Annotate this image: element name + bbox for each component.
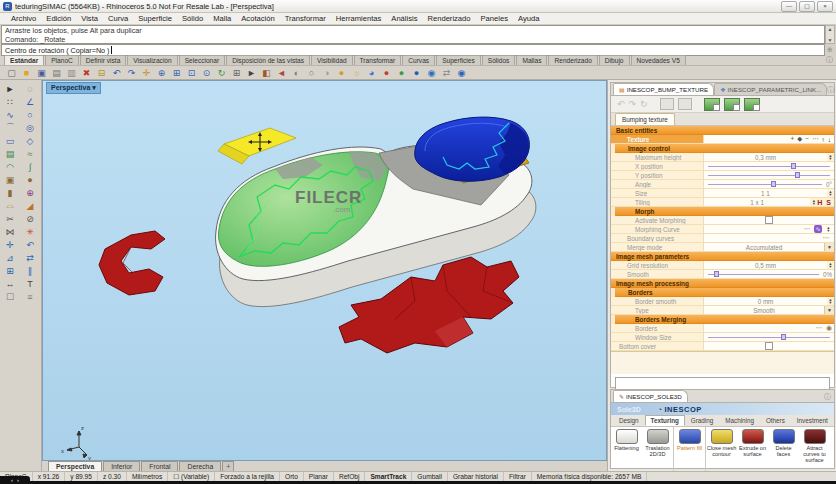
menu-item[interactable]: Paneles [476, 14, 513, 23]
dropdown-arrow-icon[interactable]: ▼ [824, 306, 834, 314]
status-item[interactable]: z 0.30 [98, 472, 127, 481]
toolbar-tab[interactable]: Sólidos [482, 55, 516, 65]
toolbar-tab[interactable]: Visualización [127, 55, 177, 65]
toolbar-icon[interactable]: ⊞ [229, 66, 244, 79]
spinner-icon[interactable]: ▴▾ [827, 261, 834, 269]
browse-icon[interactable]: ⋯ [823, 234, 831, 242]
ribbon-tab[interactable]: Texturing [645, 415, 685, 426]
next-icon[interactable]: › [17, 477, 19, 483]
spinner-icon[interactable]: ▴▾ [825, 225, 832, 233]
side-toolbar-icon[interactable]: ≡ [20, 290, 40, 303]
viewport-dropdown-icon[interactable]: ▾ [92, 84, 96, 91]
bottom-cover-checkbox[interactable] [765, 342, 773, 350]
toolbar-tab[interactable]: Superficies [436, 55, 481, 65]
toolbar-icon[interactable]: ■ [19, 66, 34, 79]
texture-control-icon[interactable]: − [805, 135, 809, 143]
toolbar-tab[interactable]: Disposición de las vistas [226, 55, 310, 65]
activate-morphing-checkbox[interactable] [765, 216, 773, 224]
menu-item[interactable]: Renderizado [422, 14, 475, 23]
menu-item[interactable]: Malla [208, 14, 236, 23]
toolbar-icon[interactable]: ▥ [64, 66, 79, 79]
toolbar-icon[interactable]: ✛ [139, 66, 154, 79]
side-toolbar-icon[interactable]: ◌ [20, 82, 40, 95]
toolbar-icon[interactable]: ● [379, 66, 394, 79]
side-toolbar-icon[interactable]: ✳ [20, 225, 40, 238]
texture-control-icon[interactable]: ⋯ [812, 135, 819, 143]
toolbar-icon[interactable]: ◄ [274, 66, 289, 79]
tab-inescop-parametric-link[interactable]: ❖ INESCOP_PARAMETRIC_LINK... [714, 83, 827, 95]
ribbon-tab[interactable]: Machining [719, 415, 760, 426]
section-image-mesh-processing[interactable]: Image mesh processing [611, 279, 834, 288]
side-toolbar-icon[interactable]: ✂ [0, 212, 20, 225]
side-toolbar-icon[interactable]: ○ [20, 108, 40, 121]
texture-move-icon[interactable]: ↓ [828, 136, 831, 143]
viewport-tab[interactable]: Derecha [179, 461, 221, 471]
section-borders[interactable]: Borders [615, 288, 834, 297]
toolbar-icon[interactable]: ► [244, 66, 259, 79]
spinner-icon[interactable]: ▴▾ [810, 198, 817, 206]
smooth-slider[interactable] [708, 270, 819, 278]
edit-texture-image-icon[interactable] [724, 98, 740, 111]
side-toolbar-icon[interactable]: ▣ [0, 173, 20, 186]
side-toolbar-icon[interactable]: ▭ [0, 134, 20, 147]
side-toolbar-icon[interactable]: ⌒ [0, 121, 20, 134]
toolbar-tab[interactable]: Curvas [402, 55, 435, 65]
command-history-scrollbar[interactable]: ▲ ▼ [825, 25, 835, 44]
toolbar-tab[interactable]: PlanoC [45, 55, 79, 65]
side-toolbar-icon[interactable]: ⊞ [0, 264, 20, 277]
toolbar-icon[interactable]: ✖ [79, 66, 94, 79]
refresh-icon[interactable]: ↻ [640, 99, 648, 109]
toolbar-icon[interactable]: ↶ [109, 66, 124, 79]
section-borders-merging[interactable]: Borders Merging [615, 315, 834, 324]
side-toolbar-icon[interactable]: ∷ [0, 95, 20, 108]
toolbar-icon[interactable]: ◉ [454, 66, 469, 79]
ribbon-button[interactable]: Close mesh contour [706, 427, 737, 471]
browse-icon[interactable]: ⋯ [804, 225, 812, 233]
toolbar-icon[interactable]: ◧ [259, 66, 274, 79]
toolbar-icon[interactable]: ⊞ [169, 66, 184, 79]
toolbar-icon[interactable]: ↻ [214, 66, 229, 79]
status-item[interactable]: Milímetros [127, 472, 168, 481]
side-toolbar-icon[interactable]: ⌓ [0, 199, 20, 212]
status-item[interactable]: Orto [280, 472, 304, 481]
side-toolbar-icon[interactable]: ✛ [0, 238, 20, 251]
browse-icon[interactable]: ⋯ [815, 324, 823, 332]
tab-inescop-sole3d[interactable]: ✎ INESCOP_SOLE3D [613, 390, 688, 402]
menu-item[interactable]: Curva [103, 14, 133, 23]
status-item[interactable]: Gumball [412, 472, 448, 481]
panel-info-icon[interactable]: ⓘ [827, 85, 834, 95]
side-toolbar-icon[interactable]: ↶ [20, 238, 40, 251]
texture-control-icon[interactable]: ◆ [797, 135, 802, 143]
toolbar-tab[interactable]: Definir vista [80, 55, 126, 65]
status-item[interactable]: Forzado a la rejilla [215, 472, 280, 481]
menu-item[interactable]: Transformar [280, 14, 331, 23]
spinner-icon[interactable]: ▴▾ [827, 297, 834, 305]
toolbar-icon[interactable]: ◉ [424, 66, 439, 79]
toolbar-tab[interactable]: Renderizado [548, 55, 597, 65]
section-image-mesh-parameters[interactable]: Image mesh parameters [611, 252, 834, 261]
heel-cup-blue[interactable] [415, 117, 530, 181]
apply-texture-image-icon[interactable] [744, 98, 760, 111]
spinner-icon[interactable]: ▴▾ [827, 189, 834, 197]
side-toolbar-icon[interactable]: ≈ [20, 147, 40, 160]
toolbar-icon[interactable]: ● [394, 66, 409, 79]
side-toolbar-icon[interactable]: ◎ [20, 121, 40, 134]
scroll-down-icon[interactable]: ▼ [828, 37, 833, 43]
toolbar-icon[interactable]: ⊕ [154, 66, 169, 79]
menu-item[interactable]: Superficie [133, 14, 177, 23]
side-toolbar-icon[interactable]: ⊿ [0, 251, 20, 264]
section-basic-entities[interactable]: Basic entities [611, 126, 834, 135]
ribbon-tab[interactable]: Grading [685, 415, 719, 426]
command-history[interactable]: Arrastre los objetos, pulse Alt para dup… [1, 25, 825, 44]
section-morph[interactable]: Morph [615, 207, 834, 216]
toolbar-tab[interactable]: Seleccionar [179, 55, 225, 65]
toolbar-icon[interactable]: ▣ [34, 66, 49, 79]
menu-item[interactable]: Análisis [386, 14, 422, 23]
side-toolbar-icon[interactable]: ◢ [20, 199, 40, 212]
status-item[interactable]: x 91.26 [33, 472, 66, 481]
toolbar-icon[interactable]: ○ [304, 66, 319, 79]
status-item[interactable]: Filtrar [504, 472, 532, 481]
status-item[interactable]: SmartTrack [365, 472, 412, 481]
spinner-icon[interactable]: ▴▾ [827, 153, 834, 161]
viewport-tab[interactable]: Perspectiva [48, 461, 102, 471]
